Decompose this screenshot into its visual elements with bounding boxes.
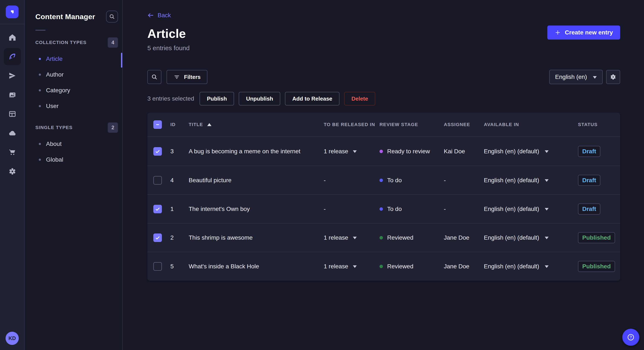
cell-id: 3 [170,148,189,155]
table-row[interactable]: 5 What's inside a Black Hole 1 release R… [147,252,620,280]
stage-dot-icon [380,236,383,239]
subnav-divider [35,30,46,31]
subnav-scrollbar-thumb[interactable] [121,53,122,68]
logo-cell [0,0,24,24]
cell-release-dropdown[interactable]: 1 release [324,234,380,241]
stage-dot-icon [380,150,383,153]
filters-label: Filters [184,74,200,80]
status-badge: Published [578,232,615,243]
row-checkbox[interactable] [153,205,162,213]
sort-ascending-icon [207,121,212,126]
column-header-title[interactable]: TITLE [189,121,324,128]
search-icon [109,13,115,20]
cell-id: 1 [170,206,189,212]
cell-id: 2 [170,234,189,241]
search-icon [151,74,158,80]
sidebar-item-home[interactable] [4,29,21,46]
sidebar-item-category[interactable]: Category [25,82,122,98]
table-row[interactable]: 1 The internet's Own boy - To do - Engli… [147,194,620,223]
cell-status: Draft [578,203,620,214]
sidebar-item-author[interactable]: Author [25,67,122,82]
sidebar-item-content-manager[interactable] [4,48,21,65]
table-row[interactable]: 3 A bug is becoming a meme on the intern… [147,137,620,166]
table-row[interactable]: 4 Beautiful picture - To do - English (e… [147,166,620,194]
column-header-id[interactable]: ID [170,122,189,127]
column-header-release[interactable]: TO BE RELEASED IN [324,122,380,127]
bullet-icon [39,74,41,76]
row-checkbox[interactable] [153,262,162,271]
sidebar-item-media-library[interactable] [4,86,21,103]
cell-review-stage: Ready to review [380,148,444,155]
back-label: Back [158,12,171,19]
bulk-actions-bar: 3 entries selected Publish Unpublish Add… [147,92,620,105]
feather-icon [8,52,16,61]
cell-locale-dropdown[interactable]: English (en) (default) [484,177,578,184]
delete-button[interactable]: Delete [344,92,375,105]
cell-status: Published [578,232,620,243]
filters-button[interactable]: Filters [166,70,208,84]
cell-assignee: - [444,177,484,184]
sidebar-item-article[interactable]: Article [25,51,122,67]
cell-status: Draft [578,175,620,186]
row-checkbox[interactable] [153,176,162,184]
content-manager-subnav: Content Manager COLLECTION TYPES 4 Artic… [25,0,123,350]
column-header-review-stage[interactable]: REVIEW STAGE [380,122,444,127]
sidebar-item-marketplace[interactable] [4,144,21,161]
cell-release: - [324,177,380,184]
stage-dot-icon [380,178,383,182]
select-all-checkbox[interactable] [153,120,162,129]
filter-icon [173,74,180,80]
subnav-search-button[interactable] [106,11,118,22]
subnav-item-label: User [46,103,58,110]
row-checkbox[interactable] [153,147,162,156]
sidebar-item-settings[interactable] [4,163,21,180]
help-button[interactable]: ? [622,329,639,346]
gear-icon [8,167,16,176]
status-badge: Draft [578,203,600,214]
section-label-collection-types: COLLECTION TYPES [35,40,86,45]
cell-locale-dropdown[interactable]: English (en) (default) [484,263,578,270]
chevron-down-icon [545,237,548,241]
column-header-available-in[interactable]: AVAILABLE IN [484,122,578,127]
publish-button[interactable]: Publish [200,92,234,105]
add-to-release-button[interactable]: Add to Release [285,92,340,105]
locale-value: English (en) [555,74,587,80]
sidebar-item-cloud[interactable] [4,125,21,142]
cell-locale-dropdown[interactable]: English (en) (default) [484,234,578,241]
subnav-title: Content Manager [35,12,95,21]
cell-release-dropdown[interactable]: 1 release [324,263,380,270]
cell-status: Published [578,261,620,272]
back-link[interactable]: Back [147,12,171,19]
sidebar-item-content-type-builder[interactable] [4,105,21,123]
locale-select[interactable]: English (en) [549,70,603,84]
sidebar-item-global[interactable]: Global [25,152,122,168]
cell-title: This shrimp is awesome [189,234,324,241]
create-new-entry-button[interactable]: Create new entry [547,25,620,39]
cell-locale-dropdown[interactable]: English (en) (default) [484,148,578,155]
search-button[interactable] [147,70,162,84]
plus-icon [554,29,561,36]
unpublish-button[interactable]: Unpublish [239,92,280,105]
sidebar-item-about[interactable]: About [25,136,122,152]
sidebar-item-releases[interactable] [4,67,21,84]
cell-locale-dropdown[interactable]: English (en) (default) [484,205,578,212]
arrow-left-icon [147,12,154,19]
status-badge: Published [578,261,615,272]
cell-release-dropdown[interactable]: 1 release [324,148,380,155]
bullet-icon [39,159,41,161]
column-header-assignee[interactable]: ASSIGNEE [444,122,484,127]
column-header-status[interactable]: STATUS [578,122,620,127]
table-row[interactable]: 2 This shrimp is awesome 1 release Revie… [147,223,620,252]
cell-title: A bug is becoming a meme on the internet [189,148,324,155]
avatar[interactable]: KD [6,332,19,345]
subnav-item-label: Global [46,156,63,163]
chevron-down-icon [545,208,548,212]
cloud-icon [8,129,16,137]
sidebar-item-user[interactable]: User [25,98,122,114]
view-settings-button[interactable] [606,70,620,84]
collection-types-count-badge: 4 [108,37,118,48]
single-types-count-badge: 2 [108,123,118,133]
subnav-item-label: Article [46,55,62,62]
bullet-icon [39,143,41,145]
row-checkbox[interactable] [153,233,162,242]
